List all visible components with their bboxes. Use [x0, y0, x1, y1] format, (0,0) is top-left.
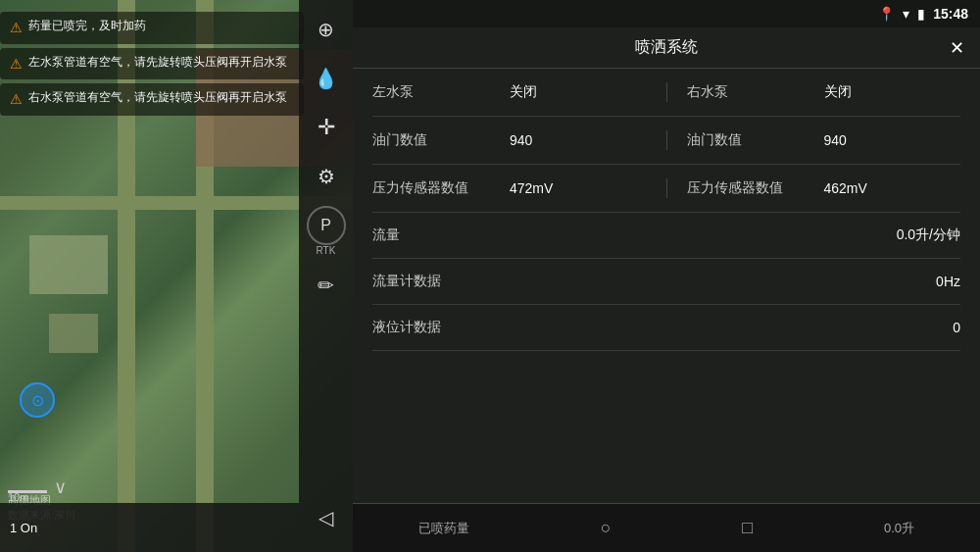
home-circle-icon: ○ — [601, 518, 612, 538]
row-divider — [666, 178, 667, 198]
alert-item: ⚠ 左水泵管道有空气，请先旋转喷头压阀再开启水泵 — [0, 48, 304, 80]
pump-status-row: 左水泵 关闭 右水泵 关闭 — [372, 69, 960, 117]
right-pressure-value: 462mV — [824, 180, 867, 196]
wifi-status-icon: ▾ — [903, 6, 909, 22]
row-divider — [666, 130, 667, 150]
status-bar: 📍 ▾ ▮ 15:48 — [353, 0, 980, 27]
square-icon: □ — [742, 518, 753, 538]
clock: 15:48 — [933, 6, 968, 22]
close-button[interactable]: ✕ — [950, 37, 964, 59]
liquid-level-row: 液位计数据 0 — [372, 305, 960, 351]
right-throttle-value: 940 — [824, 132, 847, 148]
right-throttle-label: 油门数值 — [687, 131, 805, 149]
sidebar-item-rtk[interactable]: P RTK — [307, 206, 346, 256]
rtk-label: RTK — [317, 245, 336, 256]
bottom-nav: 已喷药量 ○ □ 0.0升 — [353, 503, 980, 552]
sidebar-item-back[interactable]: ◁ — [307, 498, 346, 537]
settings-icon: ⚙ — [318, 165, 335, 188]
alert-item: ⚠ 药量已喷完，及时加药 — [0, 12, 304, 44]
flow-meter-value: 0Hz — [936, 274, 960, 289]
sidebar-item-drone[interactable]: ✛ — [307, 108, 346, 147]
flow-rate-label: 流量 — [372, 226, 897, 244]
left-throttle-group: 油门数值 940 — [372, 131, 647, 149]
throttle-row: 油门数值 940 油门数值 940 — [372, 117, 960, 165]
flow-meter-label: 流量计数据 — [372, 273, 936, 290]
liquid-level-label: 液位计数据 — [372, 319, 953, 336]
drone-icon: ✛ — [318, 115, 335, 140]
right-pressure-label: 压力传感器数值 — [687, 179, 805, 197]
nav-home-button[interactable]: ○ — [601, 518, 612, 538]
location-status-icon: 📍 — [878, 6, 895, 22]
nav-sprayed-value: 0.0升 — [884, 520, 914, 537]
back-icon: ◁ — [318, 506, 333, 529]
pressure-row: 压力传感器数值 472mV 压力传感器数值 462mV — [372, 165, 960, 213]
panel-header: 喷洒系统 ✕ — [353, 27, 980, 69]
left-pump-group: 左水泵 关闭 — [372, 83, 647, 101]
left-pump-label: 左水泵 — [372, 83, 490, 101]
left-throttle-value: 940 — [510, 132, 532, 148]
alert-icon-3: ⚠ — [10, 90, 23, 110]
nav-sprayed-label[interactable]: 已喷药量 — [418, 520, 469, 537]
route-icon: ✏ — [318, 274, 334, 297]
battery-status-icon: ▮ — [917, 6, 925, 22]
row-divider — [666, 82, 667, 102]
liquid-level-value: 0 — [953, 320, 960, 335]
sidebar: ⊕ 💧 ✛ ⚙ P RTK ✏ ◁ — [299, 0, 353, 552]
right-throttle-group: 油门数值 940 — [687, 131, 961, 149]
alert-panel: ⚠ 药量已喷完，及时加药 ⚠ 左水泵管道有空气，请先旋转喷头压阀再开启水泵 ⚠ … — [0, 0, 304, 120]
left-pressure-group: 压力传感器数值 472mV — [372, 179, 647, 197]
sidebar-item-route[interactable]: ✏ — [307, 266, 346, 305]
left-pressure-value: 472mV — [510, 180, 553, 196]
bottom-left-overlay: 1 On — [0, 503, 299, 552]
alert-icon-1: ⚠ — [10, 19, 23, 38]
map-drone-icon[interactable]: ⊙ — [20, 382, 55, 418]
alert-icon-2: ⚠ — [10, 55, 23, 75]
flow-meter-row: 流量计数据 0Hz — [372, 259, 960, 305]
sidebar-item-target[interactable]: ⊕ — [307, 10, 346, 49]
right-pump-label: 右水泵 — [687, 83, 805, 101]
left-pressure-label: 压力传感器数值 — [372, 179, 490, 197]
nav-square-button[interactable]: □ — [742, 518, 753, 538]
spray-panel: 喷洒系统 ✕ 左水泵 关闭 右水泵 关闭 油门数值 940 油门数值 9 — [353, 27, 980, 552]
sidebar-item-spray[interactable]: 💧 — [307, 59, 346, 98]
panel-body: 左水泵 关闭 右水泵 关闭 油门数值 940 油门数值 940 压力 — [353, 69, 980, 351]
right-pump-value: 关闭 — [824, 83, 852, 101]
spray-icon: 💧 — [314, 67, 338, 90]
alert-item: ⚠ 右水泵管道有空气，请先旋转喷头压阀再开启水泵 — [0, 83, 304, 116]
left-throttle-label: 油门数值 — [372, 131, 490, 149]
rtk-circle-icon: P — [320, 217, 331, 234]
flow-rate-row: 流量 0.0升/分钟 — [372, 213, 960, 259]
right-pump-group: 右水泵 关闭 — [687, 83, 961, 101]
on-status-text: 1 On — [10, 521, 37, 535]
target-icon: ⊕ — [318, 18, 334, 41]
sidebar-item-settings[interactable]: ⚙ — [307, 157, 346, 196]
panel-title: 喷洒系统 — [635, 37, 698, 58]
left-pump-value: 关闭 — [510, 83, 537, 101]
right-pressure-group: 压力传感器数值 462mV — [687, 179, 961, 197]
flow-rate-value: 0.0升/分钟 — [897, 226, 960, 244]
